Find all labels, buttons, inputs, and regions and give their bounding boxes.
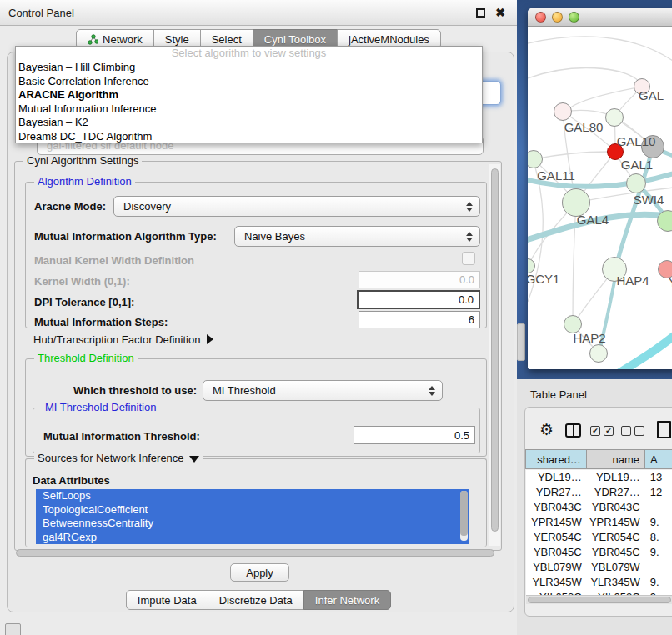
manual-kernel-checkbox[interactable] [462, 252, 475, 265]
algorithm-option[interactable]: Basic Correlation Inference [16, 75, 482, 89]
table-row[interactable]: YLR345WYLR345W9. [526, 575, 672, 590]
node-label: GAL [639, 88, 664, 102]
panel-title: Control Panel [8, 7, 74, 19]
data-attribute-item[interactable]: SelfLoops [36, 489, 469, 503]
table-cell: 9. [645, 545, 672, 560]
column-header-name[interactable]: name [587, 450, 645, 468]
selected-value: Naive Bayes [244, 230, 305, 242]
field-value: 0.5 [454, 429, 469, 442]
tab-label: Network [103, 33, 143, 46]
group-title: Sources for Network Inference [34, 452, 203, 464]
table-horizontal-scrollbar[interactable] [526, 595, 672, 604]
close-traffic-light-icon[interactable] [535, 12, 546, 22]
zoom-traffic-light-icon[interactable] [569, 12, 579, 22]
network-node[interactable] [605, 108, 624, 127]
tab-discretize-data[interactable]: Discretize Data [208, 590, 304, 610]
algorithm-dropdown-list: Bayesian – Hill ClimbingBasic Correlatio… [16, 61, 482, 143]
scrollbar-thumb[interactable] [460, 491, 468, 536]
table-cell [645, 500, 672, 515]
column-header-shared-name[interactable]: shared… [525, 450, 587, 468]
minimize-traffic-light-icon[interactable] [552, 12, 563, 22]
stepper-icon [466, 202, 473, 212]
which-threshold-select[interactable]: MI Threshold [203, 380, 443, 401]
node-label: GAL11 [537, 168, 575, 182]
node-label: GAL1 [621, 158, 653, 172]
sources-title: Sources for Network Inference [38, 452, 184, 464]
data-attribute-item[interactable]: TopologicalCoefficient [36, 503, 469, 518]
kernel-width-label: Kernel Width (0,1): [34, 275, 130, 288]
algorithm-option[interactable]: Mutual Information Inference [16, 102, 482, 117]
table-row[interactable]: YPR145WYPR145W9. [526, 515, 672, 530]
tab-label: Style [165, 33, 189, 46]
table-row[interactable]: YER054CYER054C8. [526, 530, 672, 545]
data-attributes-list[interactable]: SelfLoopsTopologicalCoefficientBetweenne… [36, 489, 469, 544]
select-all-checkbox-icon[interactable]: ✔ [604, 426, 614, 436]
table-cell: YDR27… [526, 485, 587, 500]
table-panel: Table Panel ⚙ ✔ ✔ shared… name A YDL19…Y… [517, 379, 672, 635]
apply-button[interactable]: Apply [230, 563, 289, 582]
tab-label: Select [212, 33, 242, 46]
minimized-panel-icon[interactable] [5, 623, 21, 635]
scrollbar-thumb[interactable] [528, 597, 671, 603]
mi-steps-field[interactable]: 6 [359, 311, 480, 328]
data-attribute-item[interactable]: BetweennessCentrality [36, 517, 469, 531]
data-attribute-item[interactable]: gal4RGexp [36, 531, 469, 545]
selected-value: MI Threshold [213, 384, 276, 397]
tab-infer-network[interactable]: Infer Network [303, 590, 391, 610]
network-node[interactable] [626, 173, 646, 193]
scrollbar-thumb[interactable] [491, 168, 499, 532]
mi-algorithm-type-select[interactable]: Naive Bayes [234, 226, 480, 247]
algorithm-option[interactable]: Bayesian – Hill Climbing [16, 61, 482, 75]
gear-icon[interactable]: ⚙ [539, 420, 554, 439]
table-cell: YPR145W [526, 515, 587, 530]
settings-vertical-scrollbar[interactable] [489, 164, 500, 546]
network-window-titlebar[interactable] [528, 8, 672, 27]
table-cell: YBR043C [587, 500, 645, 515]
table-row[interactable]: YDL19…YDL19…13 [526, 470, 672, 485]
network-node[interactable] [554, 102, 572, 121]
deselect-all-checkbox-icon[interactable] [621, 426, 631, 436]
column-header-clipped[interactable]: A [645, 450, 672, 468]
data-attributes-label: Data Attributes [33, 474, 110, 487]
algorithm-option[interactable]: ARACNE Algorithm [16, 88, 482, 102]
table-row[interactable]: YBR045CYBR045C9. [526, 545, 672, 560]
kernel-width-field[interactable]: 0.0 [359, 271, 480, 288]
deselect-all-checkbox-icon[interactable] [634, 426, 644, 436]
mi-threshold-field[interactable]: 0.5 [354, 426, 475, 444]
table-row[interactable]: YDR27…YDR27…12 [526, 485, 672, 500]
table-cell: 9. [645, 575, 672, 590]
table-container: ⚙ ✔ ✔ shared… name A YDL19…YDL19…13YDR27… [524, 407, 672, 617]
node-label: Y [669, 275, 672, 289]
selected-value: Discovery [123, 200, 171, 212]
network-canvas[interactable]: GALGAL80GAL10GAL1GAL11SWI4GAL4GCY1HAP4YH… [528, 27, 672, 369]
stepper-icon [466, 232, 473, 242]
triangle-down-icon[interactable] [189, 456, 199, 462]
list-scrollbar[interactable] [460, 491, 468, 541]
hub-definition-label: Hub/Transcription Factor Definition [33, 333, 200, 346]
dropdown-placeholder: Select algorithm to view settings [16, 47, 482, 61]
close-icon[interactable]: ✖ [495, 6, 505, 19]
hub-definition-toggle[interactable]: Hub/Transcription Factor Definition [33, 333, 213, 346]
table-cell [645, 560, 672, 575]
select-all-checkbox-icon[interactable]: ✔ [590, 426, 600, 436]
stepper-icon [429, 386, 435, 396]
settings-horizontal-scrollbar[interactable] [16, 549, 494, 557]
algorithm-option[interactable]: Bayesian – K2 [16, 116, 482, 130]
table-body[interactable]: YDL19…YDL19…13YDR27…YDR27…12YBR043CYBR04… [526, 470, 672, 595]
network-icon [88, 34, 98, 45]
tab-impute-data[interactable]: Impute Data [126, 590, 208, 610]
algorithm-option[interactable]: Dream8 DC_TDC Algorithm [16, 130, 482, 144]
dpi-tolerance-field[interactable]: 0.0 [357, 290, 480, 309]
columns-icon[interactable] [565, 423, 581, 438]
network-node[interactable] [589, 344, 608, 362]
aracne-mode-select[interactable]: Discovery [113, 196, 480, 217]
bottom-tab-bar: Impute Data Discretize Data Infer Networ… [0, 590, 517, 610]
table-row[interactable]: YBL079WYBL079W [526, 560, 672, 575]
float-window-icon[interactable] [476, 8, 485, 18]
table-row[interactable]: YBR043CYBR043C [526, 500, 672, 515]
export-table-icon[interactable] [657, 421, 671, 438]
network-view-window[interactable]: GALGAL80GAL10GAL1GAL11SWI4GAL4GCY1HAP4YH… [528, 8, 672, 369]
dpi-tolerance-label: DPI Tolerance [0,1]: [34, 296, 134, 308]
mi-threshold-label: Mutual Information Threshold: [43, 430, 200, 442]
panel-splitter-grip[interactable] [517, 323, 525, 361]
